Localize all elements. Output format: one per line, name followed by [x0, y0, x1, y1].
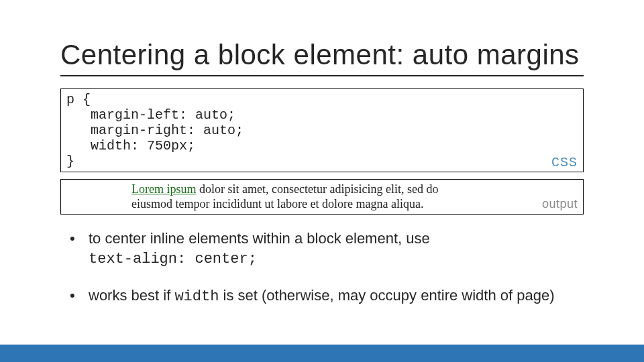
bottom-accent-bar: [0, 345, 644, 362]
output-paragraph: Lorem ipsum dolor sit amet, consectetur …: [131, 182, 447, 211]
css-code-box: p { margin-left: auto; margin-right: aut…: [60, 88, 584, 172]
bullet-2-post: is set (otherwise, may occupy entire wid…: [219, 287, 554, 304]
bullet-2-code: width: [174, 288, 219, 305]
bullet-item-2: works best if width is set (otherwise, m…: [79, 286, 584, 307]
css-label: CSS: [551, 155, 578, 170]
slide: Centering a block element: auto margins …: [0, 0, 644, 362]
output-label: output: [542, 197, 578, 212]
slide-title: Centering a block element: auto margins: [60, 39, 584, 76]
bullet-1-text: to center inline elements within a block…: [89, 230, 430, 247]
bullet-1-code: text-align: center;: [89, 251, 257, 267]
output-box: Lorem ipsum dolor sit amet, consectetur …: [60, 179, 584, 215]
bullet-2-pre: works best if: [89, 287, 174, 304]
bullet-list: to center inline elements within a block…: [60, 229, 584, 307]
output-link[interactable]: Lorem ipsum: [131, 182, 197, 196]
css-code-text: p { margin-left: auto; margin-right: aut…: [66, 92, 244, 169]
bullet-item-1: to center inline elements within a block…: [79, 229, 584, 269]
